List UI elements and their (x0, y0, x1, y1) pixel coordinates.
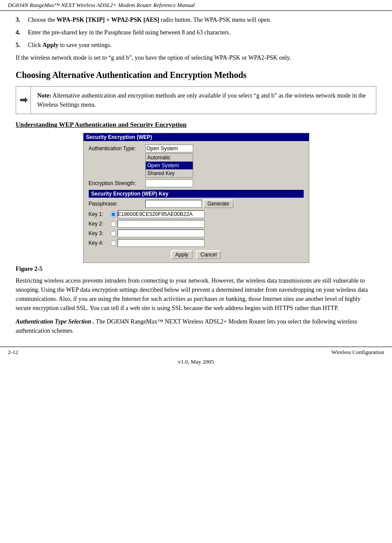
auth-type-select-container: Open System Automatic Open System Shared… (145, 145, 193, 152)
key-2-label: Key 2: (89, 221, 111, 227)
figure-label: Figure 2-5 (16, 266, 376, 273)
auth-type-row: Authentication Type: Open System Automat… (89, 145, 304, 152)
key-1-input[interactable] (117, 210, 204, 218)
key-3-input[interactable] (117, 229, 204, 237)
body-para-1: Restricting wireless access prevents int… (16, 276, 376, 313)
page-footer: 2-12 Wireless Configuration (0, 347, 392, 358)
note-text: Note: Alternative authentication and enc… (31, 87, 376, 114)
section-heading: Choosing Alternative Authentication and … (16, 70, 376, 80)
page-content: 3. Choose the WPA-PSK [TKIP] + WPA2-PSK … (0, 11, 392, 342)
step-5-number: 5. (16, 40, 28, 50)
note-box: ➡ Note: Alternative authentication and e… (16, 86, 376, 114)
step-3-number: 3. (16, 15, 28, 24)
passphrase-label: Passphrase: (89, 201, 145, 207)
apply-button[interactable]: Apply (171, 250, 193, 259)
note-bold: Note: (37, 92, 51, 99)
footer-right: Wireless Configuration (332, 349, 384, 356)
enc-strength-row: Encryption Strength: (89, 179, 304, 187)
key-3-row: Key 3: (89, 229, 304, 237)
dropdown-item-opensystem[interactable]: Open System (146, 162, 193, 169)
generate-button[interactable]: Generate (203, 199, 234, 208)
arrow-right-icon: ➡ (20, 94, 27, 106)
subsection-heading: Understanding WEP Authentication and Sec… (16, 121, 376, 128)
para-1: If the wireless network mode is set to “… (16, 53, 376, 62)
key-2-radio[interactable] (111, 221, 116, 227)
dropdown-item-automatic[interactable]: Automatic (146, 154, 193, 162)
passphrase-input[interactable] (145, 200, 202, 208)
enc-strength-label: Encryption Strength: (89, 180, 145, 186)
key-2-row: Key 2: (89, 220, 304, 228)
step-5: 5. Click Apply to save your settings. (16, 40, 376, 50)
page-header: DG834N RangeMax™ NEXT Wireless ADSL2+ Mo… (0, 0, 392, 11)
key-4-input[interactable] (117, 239, 204, 247)
step-3-text: Choose the WPA-PSK [TKIP] + WPA2-PSK [AE… (28, 15, 376, 24)
auth-type-label: Authentication Type: (89, 145, 145, 152)
key-1-label: Key 1: (89, 211, 111, 217)
key-4-row: Key 4: (89, 239, 304, 247)
key-3-label: Key 3: (89, 230, 111, 236)
dropdown-item-sharedkey[interactable]: Shared Key (146, 169, 193, 177)
key-1-radio[interactable] (111, 212, 116, 217)
wep-title-bar: Security Encryption (WEP) (84, 133, 309, 141)
header-title: DG834N RangeMax™ NEXT Wireless ADSL2+ Mo… (8, 2, 195, 9)
auth-dropdown-open: Automatic Open System Shared Key (145, 153, 193, 178)
note-icon-area: ➡ (16, 87, 31, 114)
step-4-text: Enter the pre-shared key in the Passphra… (28, 28, 376, 37)
key-1-row: Key 1: (89, 210, 304, 218)
step-4-number: 4. (16, 28, 28, 37)
footer-version: v1.0, May 2005 (0, 358, 392, 368)
step-4: 4. Enter the pre-shared key in the Passp… (16, 28, 376, 37)
key-section-label: Security Encryption (WEP) Key (89, 190, 304, 198)
step-5-text: Click Apply to save your settings. (28, 40, 376, 50)
auth-type-select[interactable]: Open System (145, 145, 193, 152)
key-4-label: Key 4: (89, 240, 111, 246)
key-4-radio[interactable] (111, 240, 116, 246)
enc-strength-select[interactable] (145, 179, 193, 187)
key-2-input[interactable] (117, 220, 204, 228)
passphrase-row: Passphrase: Generate (89, 199, 304, 208)
wep-figure: Security Encryption (WEP) Authentication… (83, 133, 309, 263)
wep-body: Authentication Type: Open System Automat… (84, 141, 309, 263)
note-content: Alternative authentication and encryptio… (37, 92, 365, 108)
auth-para: Authentication Type Selection . The DG83… (16, 317, 376, 335)
apply-cancel-row: Apply Cancel (89, 250, 304, 259)
key-3-radio[interactable] (111, 231, 116, 236)
step-3: 3. Choose the WPA-PSK [TKIP] + WPA2-PSK … (16, 15, 376, 24)
cancel-button[interactable]: Cancel (196, 250, 221, 259)
footer-left: 2-12 (8, 349, 18, 356)
